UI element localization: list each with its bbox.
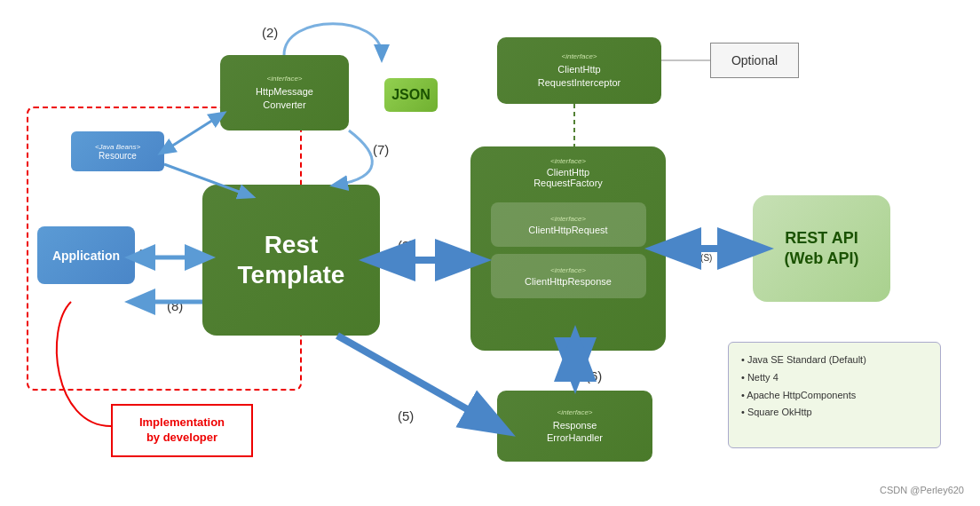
error-handler-label: Response ErrorHandler [547,419,603,445]
resource-box: <Java Beans> Resource [71,131,164,171]
rest-api-label: REST API (Web API) [785,228,859,270]
http-message-interface-label: <interface> [266,75,302,83]
error-handler-box: <interface> Response ErrorHandler [497,391,652,462]
svg-line-4 [337,336,497,426]
http-message-converter-box: <interface> HttpMessage Converter [220,55,349,130]
info-item-2: • Netty 4 [741,369,928,387]
request-factory-box: <interface> ClientHttp RequestFactory <i… [470,146,666,351]
optional-text: Optional [731,53,778,67]
number-6: (6) [586,368,602,383]
client-request-label: ClientHttpRequest [528,225,607,235]
diagram-container: Application <Java Beans> Resource <inter… [0,0,980,506]
client-http-request-box: <interface> ClientHttpRequest [491,202,646,247]
request-factory-interface-label: <interface> [550,157,586,165]
interceptor-interface-label: <interface> [561,52,597,61]
request-factory-label: ClientHttp RequestFactory [533,167,603,188]
implementation-label: Implementation by developer [111,404,253,457]
number-2: (2) [262,25,278,40]
json-label: JSON [391,87,431,103]
optional-label: Optional [710,43,799,78]
watermark: CSDN @Perley620 [880,485,964,495]
info-item-4: • Square OkHttp [741,404,928,422]
client-response-interface-label: <interface> [550,266,586,274]
interceptor-label: ClientHttp RequestInterceptor [538,63,621,89]
error-handler-interface-label: <interface> [557,408,592,417]
number-4: (4) [675,238,691,253]
info-item-1: • Java SE Standard (Default) [741,352,928,369]
client-request-interface-label: <interface> [550,215,586,223]
info-item-3: • Apache HttpComponents [741,387,928,405]
client-response-label: ClientHttpResponse [525,276,612,287]
rest-api-box: REST API (Web API) [753,195,890,302]
rest-template-box: Rest Template [202,185,380,336]
resource-interface-label: <Java Beans> [95,143,140,151]
json-badge: JSON [384,78,438,112]
https-label: HTTP(S) [677,253,712,263]
http-message-label: HttpMessage Converter [256,85,313,111]
watermark-text: CSDN @Perley620 [880,485,964,495]
number-7: (7) [373,142,389,157]
request-factory-title: <interface> ClientHttp RequestFactory [533,157,603,188]
application-box: Application [37,226,135,284]
client-http-response-box: <interface> ClientHttpResponse [491,254,646,298]
number-8: (8) [167,298,183,313]
impl-text: Implementation by developer [139,415,225,446]
number-1: (1) [138,247,154,262]
application-label: Application [52,249,120,263]
resource-label: Resource [99,151,137,161]
info-box: • Java SE Standard (Default) • Netty 4 •… [728,342,941,448]
number-3: (3) [398,238,414,253]
number-5: (5) [398,408,414,423]
rest-template-label: Rest Template [238,230,345,289]
interceptor-box: <interface> ClientHttp RequestIntercepto… [497,37,661,104]
